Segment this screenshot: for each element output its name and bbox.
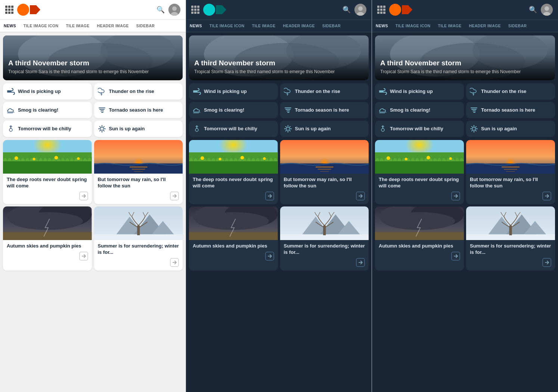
- weather-tile-0[interactable]: Wind is picking up: [189, 83, 278, 100]
- nav-tab-news[interactable]: NEWS: [372, 20, 392, 32]
- article-card-0[interactable]: The deep roots never doubt spring will c…: [3, 140, 92, 204]
- weather-tile-4[interactable]: Tomorrow will be chilly: [375, 121, 464, 137]
- search-icon[interactable]: 🔍: [342, 6, 351, 14]
- nav-tab-news[interactable]: NEWS: [186, 20, 206, 32]
- cold-icon: [7, 125, 15, 133]
- svg-point-69: [201, 156, 204, 160]
- weather-tile-4[interactable]: Tomorrow will be chilly: [189, 121, 278, 137]
- weather-tile-1[interactable]: Thunder on the rise: [94, 83, 183, 100]
- weather-tile-5[interactable]: Sun is up again: [280, 121, 369, 137]
- svg-rect-132: [375, 232, 464, 240]
- article-card-2[interactable]: Autumn skies and pumpkin pies: [375, 206, 464, 271]
- avatar: [354, 4, 366, 16]
- weather-tile-2[interactable]: Smog is clearing!: [189, 102, 278, 118]
- content: A third November storm Tropical Storm Sa…: [186, 32, 372, 392]
- weather-tile-3[interactable]: Tornado season is here: [94, 102, 183, 118]
- svg-line-110: [475, 127, 476, 127]
- nav-tab-tile-image[interactable]: TILE IMAGE: [434, 20, 465, 32]
- svg-point-103: [472, 127, 475, 130]
- weather-tile-3[interactable]: Tornado season is here: [280, 102, 369, 118]
- article-card-1[interactable]: But tomorrow may rain, so I'll follow th…: [94, 140, 183, 204]
- article-card-2[interactable]: Autumn skies and pumpkin pies: [189, 206, 278, 271]
- nav-tab-sidebar[interactable]: SIDEBAR: [319, 20, 344, 32]
- svg-point-116: [387, 156, 390, 160]
- nav-tabs: NEWS TILE IMAGE ICON TILE IMAGE HEADER I…: [372, 20, 558, 32]
- article-card-1[interactable]: But tomorrow may rain, so I'll follow th…: [466, 140, 555, 204]
- nav-tab-tile-image-icon[interactable]: TILE IMAGE ICON: [206, 20, 248, 32]
- grid-icon[interactable]: [191, 6, 199, 14]
- sun-icon: [98, 125, 106, 133]
- svg-rect-38: [3, 232, 92, 240]
- search-icon[interactable]: 🔍: [529, 6, 537, 14]
- nav-tab-tile-image-icon[interactable]: TILE IMAGE ICON: [392, 20, 434, 32]
- nav-tab-sidebar[interactable]: SIDEBAR: [505, 20, 530, 32]
- nav-tab-header-image[interactable]: HEADER IMAGE: [465, 20, 505, 32]
- logo: [203, 4, 226, 16]
- hero-card[interactable]: A third November storm Tropical Storm Sa…: [375, 35, 555, 80]
- article-card-3[interactable]: Summer is for surrendering; winter is fo…: [94, 206, 183, 271]
- svg-point-101: [381, 128, 384, 131]
- article-title: Summer is for surrendering; winter is fo…: [98, 243, 179, 256]
- weather-tile-1[interactable]: Thunder on the rise: [466, 83, 555, 100]
- weather-tile-0[interactable]: Wind is picking up: [375, 83, 464, 100]
- weather-label: Tomorrow will be chilly: [390, 126, 443, 132]
- content: A third November storm Tropical Storm Sa…: [372, 32, 558, 392]
- weather-label: Wind is picking up: [18, 88, 61, 95]
- arrow-icon: [265, 252, 274, 261]
- nav-tab-tile-image[interactable]: TILE IMAGE: [62, 20, 93, 32]
- article-card-1[interactable]: But tomorrow may rain, so I'll follow th…: [280, 140, 369, 204]
- weather-grid: Wind is picking up Thunder on the rise S…: [3, 83, 183, 137]
- svg-line-108: [472, 127, 472, 127]
- arrow-icon: [451, 252, 460, 261]
- article-title: Summer is for surrendering; winter is fo…: [470, 243, 551, 256]
- article-title: Autumn skies and pumpkin pies: [379, 243, 460, 249]
- thunder-icon: [470, 87, 478, 96]
- hero-card[interactable]: A third November storm Tropical Storm Sa…: [3, 35, 183, 80]
- svg-point-54: [195, 128, 198, 131]
- article-title: Autumn skies and pumpkin pies: [7, 243, 88, 249]
- article-card-3[interactable]: Summer is for surrendering; winter is fo…: [280, 206, 369, 271]
- nav-tab-sidebar[interactable]: SIDEBAR: [133, 20, 158, 32]
- nav-tab-header-image[interactable]: HEADER IMAGE: [93, 20, 133, 32]
- weather-tile-5[interactable]: Sun is up again: [466, 121, 555, 137]
- articles-grid: The deep roots never doubt spring will c…: [375, 140, 555, 271]
- svg-point-56: [286, 127, 289, 130]
- arrow-icon: [170, 258, 179, 267]
- weather-label: Tomorrow will be chilly: [204, 126, 257, 132]
- weather-tile-1[interactable]: Thunder on the rise: [280, 83, 369, 100]
- weather-label: Tornado season is here: [481, 107, 535, 113]
- article-title: Autumn skies and pumpkin pies: [193, 243, 274, 249]
- arrow-icon: [356, 258, 365, 267]
- sun-icon: [284, 125, 292, 133]
- logo: [17, 4, 40, 16]
- cold-icon: [379, 125, 387, 133]
- search-icon[interactable]: 🔍: [156, 6, 165, 14]
- svg-point-1: [172, 6, 177, 11]
- hero-card[interactable]: A third November storm Tropical Storm Sa…: [189, 35, 369, 80]
- article-card-2[interactable]: Autumn skies and pumpkin pies: [3, 206, 92, 271]
- nav-tab-tile-image-icon[interactable]: TILE IMAGE ICON: [20, 20, 62, 32]
- article-card-0[interactable]: The deep roots never doubt spring will c…: [189, 140, 278, 204]
- weather-tile-0[interactable]: Wind is picking up: [3, 83, 92, 100]
- grid-icon[interactable]: [5, 6, 13, 14]
- nav-tab-header-image[interactable]: HEADER IMAGE: [279, 20, 319, 32]
- nav-tab-tile-image[interactable]: TILE IMAGE: [248, 20, 279, 32]
- arrow-icon: [170, 192, 179, 200]
- svg-point-72: [263, 157, 266, 160]
- weather-tile-3[interactable]: Tornado season is here: [466, 102, 555, 118]
- article-card-3[interactable]: Summer is for surrendering; winter is fo…: [466, 206, 555, 271]
- grid-icon[interactable]: [377, 6, 385, 14]
- weather-tile-5[interactable]: Sun is up again: [94, 121, 183, 137]
- svg-line-111: [472, 130, 472, 131]
- nav-tabs: NEWS TILE IMAGE ICON TILE IMAGE HEADER I…: [0, 20, 186, 32]
- arrow-icon: [542, 192, 551, 200]
- nav-tab-news[interactable]: NEWS: [0, 20, 20, 32]
- article-card-0[interactable]: The deep roots never doubt spring will c…: [375, 140, 464, 204]
- wind-icon: [379, 87, 387, 96]
- hero-title: A third November storm: [194, 59, 363, 67]
- weather-tile-2[interactable]: Smog is clearing!: [375, 102, 464, 118]
- weather-tile-4[interactable]: Tomorrow will be chilly: [3, 121, 92, 137]
- hero-subtitle: Tropical Storm Sara is the third named s…: [380, 69, 550, 75]
- weather-label: Wind is picking up: [390, 88, 433, 95]
- weather-tile-2[interactable]: Smog is clearing!: [3, 102, 92, 118]
